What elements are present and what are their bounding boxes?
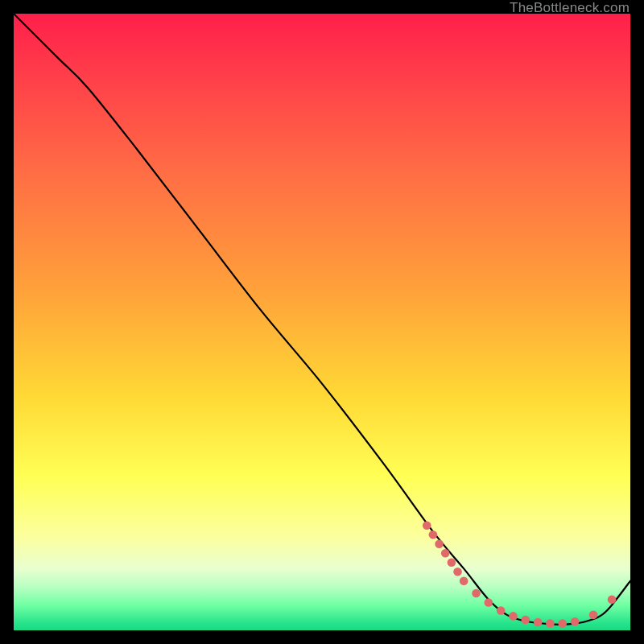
highlight-dot [423,521,431,530]
chart-frame: TheBottleneck.com [0,0,644,644]
highlight-dot [448,558,456,567]
highlight-dot [441,549,450,558]
highlight-dot [460,576,469,585]
highlight-dot [472,589,481,598]
highlight-dot [429,530,438,539]
highlight-dot [521,616,530,625]
highlight-dot [589,611,598,620]
highlight-dot [435,539,444,548]
plot-area [14,14,630,630]
highlight-dot [608,595,617,604]
highlight-dot [558,619,567,628]
highlight-dot [497,606,506,615]
watermark-text: TheBottleneck.com [510,0,630,16]
highlight-dot [571,617,580,626]
highlight-dot [534,618,543,627]
highlight-dot [509,612,518,621]
highlight-dot [453,568,462,576]
highlight-dots [423,521,616,627]
highlight-dot [546,619,555,628]
bottleneck-curve [14,14,630,625]
highlight-dot [485,598,493,607]
curve-layer [14,14,630,630]
